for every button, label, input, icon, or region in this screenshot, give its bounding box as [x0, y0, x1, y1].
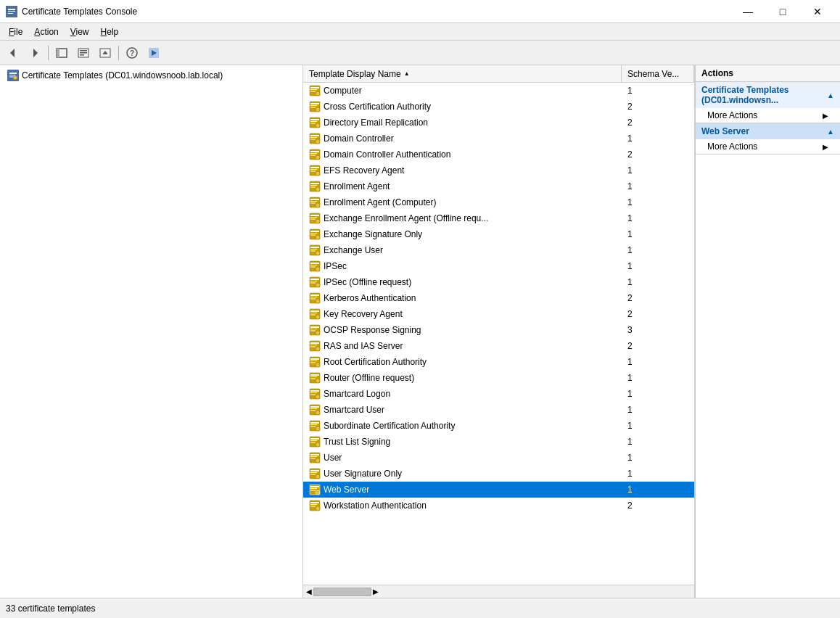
list-row-web-server[interactable]: Web Server1: [303, 482, 694, 498]
list-row-exchange-enroll[interactable]: Exchange Enrollment Agent (Offline requ.…: [303, 210, 694, 226]
list-row-domain-ctrl-auth[interactable]: Domain Controller Authentication2: [303, 147, 694, 162]
svg-rect-86: [310, 281, 317, 281]
list-row-exchange-sig-only[interactable]: Exchange Signature Only1: [303, 226, 694, 242]
list-row-kerberos-auth[interactable]: Kerberos Authentication2: [303, 290, 694, 306]
tmpl-icon-workstation-auth: [309, 500, 321, 511]
row-label-key-recovery: Key Recovery Agent: [324, 309, 403, 319]
tree-item-cert-templates-label: Certificate Templates (DC01.windowsnoob.…: [22, 70, 223, 81]
action-more-actions-1[interactable]: More Actions ▶: [696, 108, 840, 123]
list-row-ipsec[interactable]: IPSec1: [303, 258, 694, 274]
list-row-efs-recovery[interactable]: EFS Recovery Agent1: [303, 162, 694, 178]
col-header-schema[interactable]: Schema Ve...: [622, 65, 694, 82]
row-schema-domain-ctrl: 1: [622, 133, 694, 144]
list-row-key-recovery[interactable]: Key Recovery Agent2: [303, 306, 694, 322]
menu-bar: File Action View Help: [0, 23, 840, 41]
toolbar-separator-1: [48, 46, 49, 60]
tree-item-cert-templates[interactable]: Certificate Templates (DC01.windowsnoob.…: [1, 68, 301, 83]
svg-rect-152: [310, 490, 316, 491]
svg-rect-72: [310, 235, 316, 236]
svg-rect-106: [310, 345, 317, 345]
toolbar-separator-2: [118, 46, 119, 60]
svg-rect-127: [310, 411, 316, 411]
list-row-enrollment-agent-comp[interactable]: Enrollment Agent (Computer)1: [303, 194, 694, 210]
svg-point-118: [316, 379, 320, 383]
menu-file[interactable]: File: [3, 25, 28, 38]
status-text: 33 certificate templates: [6, 603, 95, 614]
back-button[interactable]: [3, 44, 23, 62]
svg-rect-2: [8, 11, 15, 12]
svg-rect-100: [310, 326, 319, 328]
list-row-computer[interactable]: Computer1: [303, 83, 694, 99]
svg-rect-46: [310, 153, 317, 154]
col-header-name[interactable]: Template Display Name ▲: [303, 65, 622, 82]
svg-rect-80: [310, 263, 319, 264]
list-row-trust-list[interactable]: Trust List Signing1: [303, 434, 694, 450]
forward-button[interactable]: [25, 44, 45, 62]
list-row-smartcard-logon[interactable]: Smartcard Logon1: [303, 386, 694, 402]
list-row-exchange-user[interactable]: Exchange User1: [303, 242, 694, 258]
list-row-cross-cert-auth[interactable]: Cross Certification Authority2: [303, 99, 694, 115]
svg-rect-50: [310, 167, 319, 168]
action-section-web-server-title[interactable]: Web Server ▲: [696, 123, 840, 139]
list-row-ocsp-response[interactable]: OCSP Response Signing3: [303, 322, 694, 338]
svg-rect-96: [310, 313, 317, 313]
run-button[interactable]: [144, 44, 164, 62]
svg-rect-31: [310, 105, 317, 106]
list-row-ipsec-offline[interactable]: IPSec (Offline request)1: [303, 274, 694, 290]
list-row-router-offline[interactable]: Router (Offline request)1: [303, 370, 694, 386]
row-schema-efs-recovery: 1: [622, 165, 694, 176]
list-row-enrollment-agent[interactable]: Enrollment Agent1: [303, 178, 694, 194]
svg-point-28: [316, 91, 320, 96]
list-row-root-cert-auth[interactable]: Root Certification Authority1: [303, 354, 694, 370]
tmpl-icon-ipsec-offline: [309, 276, 321, 288]
svg-rect-157: [310, 506, 316, 507]
list-row-dir-email-rep[interactable]: Directory Email Replication2: [303, 115, 694, 131]
help-toolbar-button[interactable]: ?: [122, 44, 142, 62]
action-section-cert-templates-title[interactable]: Certificate Templates (DC01.windowsn... …: [696, 82, 840, 108]
tmpl-icon-efs-recovery: [309, 165, 321, 176]
export-button[interactable]: [95, 44, 115, 62]
list-row-user-sig-only[interactable]: User Signature Only1: [303, 466, 694, 482]
svg-rect-82: [310, 267, 316, 268]
svg-marker-5: [33, 49, 38, 57]
hscroll-right-arrow[interactable]: ▶: [371, 588, 380, 596]
list-row-sub-cert-auth[interactable]: Subordinate Certification Authority1: [303, 418, 694, 434]
window-controls: — □ ✕: [731, 3, 834, 20]
tmpl-icon-ras-ias: [309, 340, 321, 352]
row-schema-exchange-sig-only: 1: [622, 229, 694, 239]
close-button[interactable]: ✕: [801, 3, 834, 20]
minimize-button[interactable]: —: [731, 3, 765, 20]
list-row-smartcard-user[interactable]: Smartcard User1: [303, 402, 694, 418]
row-label-cross-cert-auth: Cross Certification Authority: [324, 102, 431, 112]
svg-rect-57: [310, 187, 316, 188]
actions-pane: Actions Certificate Templates (DC01.wind…: [695, 65, 840, 598]
menu-view[interactable]: View: [65, 25, 95, 38]
tmpl-icon-exchange-enroll: [309, 213, 321, 224]
svg-point-153: [316, 490, 320, 495]
row-label-ipsec-offline: IPSec (Offline request): [324, 277, 411, 287]
list-body[interactable]: Computer1 Cross Certification Authority2…: [303, 83, 694, 585]
row-schema-user: 1: [622, 453, 694, 463]
list-row-domain-ctrl[interactable]: Domain Controller1: [303, 131, 694, 147]
tmpl-icon-domain-ctrl-auth: [309, 149, 321, 160]
hscroll-thumb[interactable]: [313, 588, 371, 596]
show-hide-button[interactable]: [52, 44, 72, 62]
menu-help[interactable]: Help: [95, 25, 125, 38]
tmpl-icon-computer: [309, 85, 321, 96]
list-row-ras-ias[interactable]: RAS and IAS Server2: [303, 338, 694, 354]
row-schema-kerberos-auth: 2: [622, 293, 694, 303]
list-row-user[interactable]: User1: [303, 450, 694, 466]
maximize-button[interactable]: □: [766, 3, 799, 20]
action-more-actions-2[interactable]: More Actions ▶: [696, 139, 840, 154]
hscroll-left-arrow[interactable]: ◀: [305, 588, 313, 596]
list-row-workstation-auth[interactable]: Workstation Authentication2: [303, 498, 694, 514]
row-label-computer: Computer: [324, 86, 362, 96]
horizontal-scrollbar[interactable]: ◀ ▶: [303, 585, 694, 598]
svg-rect-75: [310, 247, 319, 248]
up-button[interactable]: [73, 44, 94, 62]
row-schema-computer: 1: [622, 86, 694, 96]
sort-asc-icon: ▲: [404, 70, 410, 77]
svg-rect-97: [310, 315, 316, 316]
menu-action[interactable]: Action: [28, 25, 64, 38]
tmpl-icon-enrollment-agent-comp: [309, 197, 321, 208]
